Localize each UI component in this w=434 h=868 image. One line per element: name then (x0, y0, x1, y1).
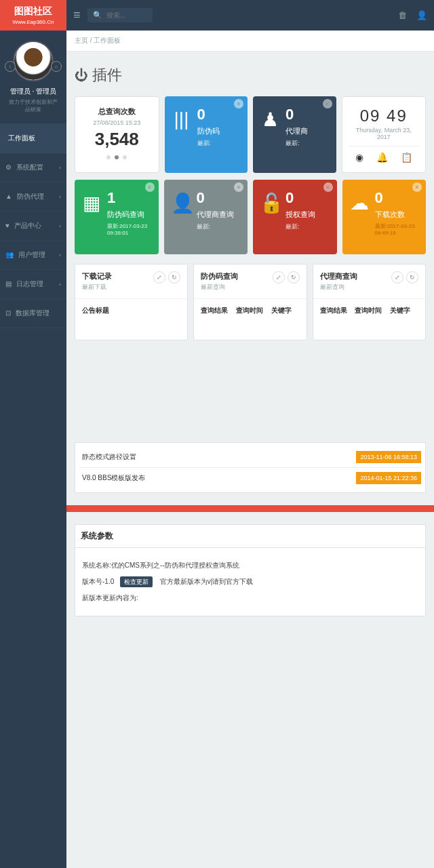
sidebar-item[interactable]: ⚙ 系统配置› (0, 153, 66, 182)
user-icon[interactable]: 👤 (416, 10, 427, 20)
sidebar-item[interactable]: ⊡ 数据库管理 (0, 299, 66, 328)
agq-card[interactable]: × 👤 0 代理商查询 最新: (164, 180, 248, 254)
menu-toggle-icon[interactable]: ≡ (73, 8, 81, 22)
fwq-card[interactable]: × ▦ 1 防伪码查询 最新:2017-03-23 09:38:01 (75, 180, 159, 254)
sidebar-item[interactable]: 👥 用户管理› (0, 241, 66, 270)
sidebar-item[interactable]: 工作面板 (0, 124, 66, 153)
fwq-panel: 防伪码查询 最新查询 ⤢ ↻ 查询结果 查询时间 关键字 (193, 264, 307, 340)
calendar-icon[interactable]: 📋 (401, 152, 412, 163)
sidebar-item[interactable]: ▲ 防伪代理› (0, 182, 66, 212)
sidebar-nav: 工作面板⚙ 系统配置›▲ 防伪代理›♥ 产品中心›👥 用户管理›▤ 日志管理›⊡… (0, 124, 66, 868)
clock-card: 09 49 Thursday, March 23, 2017 ◉ 🔔 📋 (342, 96, 427, 173)
breadcrumb: 主页 / 工作面板 (66, 31, 434, 52)
close-icon[interactable]: × (323, 99, 332, 108)
chevron-right-icon: › (59, 165, 61, 171)
nav-icon: ♥ (5, 222, 9, 229)
divider-bar (66, 505, 434, 512)
sidebar-item[interactable]: ▤ 日志管理› (0, 270, 66, 299)
close-icon[interactable]: × (323, 182, 333, 192)
down-card[interactable]: × ☁ 0 下载次数 最新:2017-03-23 09:49:16 (342, 180, 427, 254)
close-icon[interactable]: × (412, 182, 422, 192)
power-icon: ⏻ (75, 68, 88, 83)
announcement-title[interactable]: V8.0 BBS模板版发布 (79, 471, 351, 486)
nav-icon: ⚙ (5, 163, 12, 171)
refresh-icon[interactable]: ↻ (288, 271, 300, 283)
agq-panel: 代理商查询 最新查询 ⤢ ↻ 查询结果 查询时间 关键字 (313, 264, 426, 340)
user-name: 管理员 · 管理员 (7, 87, 60, 96)
download-icon: ☁ (349, 192, 370, 214)
avatar[interactable] (13, 41, 54, 81)
announcement-time: 2013-11-06 16:58:13 (356, 451, 421, 463)
check-update-button[interactable]: 检查更新 (120, 576, 153, 587)
close-icon[interactable]: × (234, 99, 243, 108)
close-icon[interactable]: × (145, 182, 155, 192)
chevron-right-icon: › (59, 252, 61, 258)
nav-icon: ⊡ (5, 309, 11, 317)
expand-icon[interactable]: ⤢ (391, 271, 403, 283)
announcement-title[interactable]: 静态模式路径设置 (79, 450, 351, 465)
page-title: ⏻ 插件 (75, 65, 426, 85)
sys-params-head: 系统参数 (75, 524, 426, 548)
chevron-right-icon: › (59, 223, 61, 229)
search-icon: 🔍 (93, 11, 102, 20)
expand-icon[interactable]: ⤢ (273, 271, 285, 283)
info-icon[interactable]: i (5, 61, 16, 72)
logo: 图图社区 Www.Eap360.Cn (0, 0, 66, 31)
close-icon[interactable]: × (234, 182, 243, 192)
announcement-row: 静态模式路径设置2013-11-06 16:58:13 (79, 447, 421, 467)
announcements: 静态模式路径设置2013-11-06 16:58:13V8.0 BBS模板版发布… (75, 442, 426, 493)
announcement-row: V8.0 BBS模板版发布2014-01-15 21:22:36 (79, 467, 421, 488)
download-panel: 下载记录 最新下载 ⤢ ↻ 公告标题 (75, 264, 188, 340)
agent-card[interactable]: × ♟ 0 代理商 最新: (253, 96, 336, 173)
nav-icon: 👥 (5, 251, 14, 258)
nav-icon: ▲ (5, 193, 12, 200)
home-icon[interactable]: ⌂ (51, 61, 62, 72)
topbar: ≡ 🔍 🗑 👤 (66, 0, 434, 31)
refresh-icon[interactable]: ↻ (406, 271, 418, 283)
user-sub: 致力于技术创新和产品研发 (7, 98, 60, 113)
barcode-icon: ||| (172, 108, 192, 130)
clock-icon[interactable]: ◉ (355, 152, 363, 163)
expand-icon[interactable]: ⤢ (153, 271, 165, 283)
bell-icon[interactable]: 🔔 (376, 152, 388, 163)
search-box[interactable]: 🔍 (87, 8, 153, 22)
nav-icon: ▤ (5, 280, 12, 288)
sidebar-item[interactable]: ♥ 产品中心› (0, 212, 66, 241)
person-icon: ♟ (260, 108, 280, 131)
user-icon: 👤 (171, 192, 191, 214)
search-input[interactable] (106, 12, 147, 19)
announcement-time: 2014-01-15 21:22:36 (356, 472, 421, 484)
refresh-icon[interactable]: ↻ (168, 271, 180, 283)
chevron-right-icon: › (59, 194, 61, 200)
user-profile: i ⌂ 管理员 · 管理员 致力于技术创新和产品研发 (0, 31, 66, 124)
sys-params-body: 系统名称:优的CMS系列之--防伪和代理授权查询系统 版本号-1.0 检查更新 … (75, 548, 426, 616)
chevron-right-icon: › (59, 281, 61, 288)
trash-icon[interactable]: 🗑 (398, 10, 407, 20)
lock-icon: 🔓 (260, 192, 280, 214)
qr-icon: ▦ (81, 192, 102, 214)
stat-card: 总查询次数 27/08/2015 15:23 3,548 (75, 96, 159, 173)
auth-card[interactable]: × 🔓 0 授权查询 最新: (253, 180, 337, 254)
fw-card[interactable]: × ||| 0 防伪码 最新: (165, 96, 248, 173)
